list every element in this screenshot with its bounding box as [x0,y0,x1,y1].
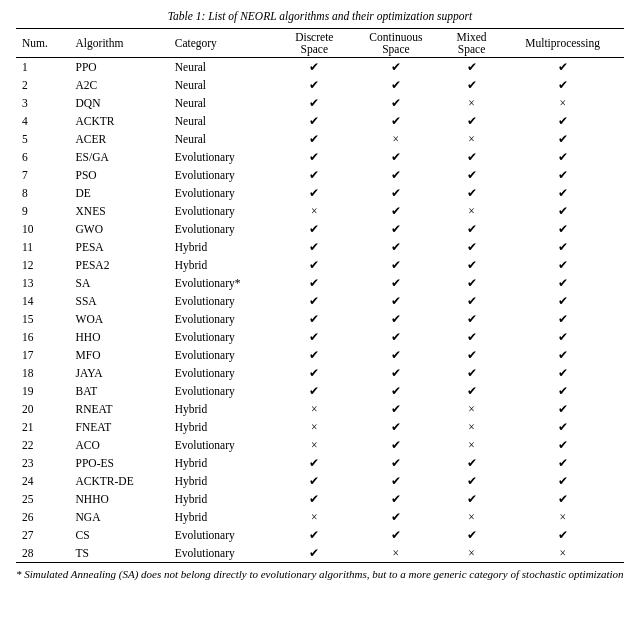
cell-mixed: ✔ [442,382,501,400]
cell-num: 5 [16,130,70,148]
cell-mixed: ✔ [442,112,501,130]
cell-mixed: ✔ [442,490,501,508]
cell-discrete: ✔ [279,274,350,292]
cell-mixed: × [442,202,501,220]
cell-multi: ✔ [501,346,624,364]
cell-algorithm: GWO [70,220,169,238]
table-row: 26NGAHybrid×✔×× [16,508,624,526]
cell-algorithm: MFO [70,346,169,364]
cell-algorithm: NHHO [70,490,169,508]
cell-mixed: ✔ [442,310,501,328]
cell-algorithm: NGA [70,508,169,526]
cell-continuous: ✔ [350,436,442,454]
table-row: 27CSEvolutionary✔✔✔✔ [16,526,624,544]
cell-mixed: ✔ [442,526,501,544]
cell-discrete: × [279,400,350,418]
cell-mixed: ✔ [442,472,501,490]
cell-algorithm: ACER [70,130,169,148]
cell-category: Neural [169,58,279,77]
cell-multi: × [501,508,624,526]
cell-continuous: ✔ [350,274,442,292]
cell-discrete: ✔ [279,94,350,112]
cell-category: Evolutionary [169,202,279,220]
cell-category: Hybrid [169,490,279,508]
table-row: 8DEEvolutionary✔✔✔✔ [16,184,624,202]
cell-mixed: × [442,400,501,418]
cell-category: Evolutionary [169,148,279,166]
cell-num: 14 [16,292,70,310]
cell-algorithm: CS [70,526,169,544]
cell-num: 16 [16,328,70,346]
cell-algorithm: SA [70,274,169,292]
cell-num: 11 [16,238,70,256]
cell-algorithm: HHO [70,328,169,346]
col-header-category: Category [169,29,279,58]
cell-mixed: × [442,418,501,436]
cell-mixed: ✔ [442,346,501,364]
cell-multi: ✔ [501,130,624,148]
cell-continuous: ✔ [350,310,442,328]
cell-algorithm: ES/GA [70,148,169,166]
cell-discrete: ✔ [279,346,350,364]
cell-num: 8 [16,184,70,202]
cell-discrete: ✔ [279,76,350,94]
cell-discrete: ✔ [279,544,350,563]
cell-num: 21 [16,418,70,436]
cell-category: Hybrid [169,238,279,256]
cell-num: 23 [16,454,70,472]
cell-num: 1 [16,58,70,77]
cell-multi: ✔ [501,76,624,94]
cell-mixed: × [442,436,501,454]
cell-continuous: ✔ [350,220,442,238]
cell-num: 24 [16,472,70,490]
cell-category: Hybrid [169,508,279,526]
cell-continuous: ✔ [350,238,442,256]
table-row: 6ES/GAEvolutionary✔✔✔✔ [16,148,624,166]
cell-algorithm: A2C [70,76,169,94]
cell-mixed: ✔ [442,76,501,94]
table-row: 3DQNNeural✔✔×× [16,94,624,112]
cell-algorithm: ACKTR-DE [70,472,169,490]
cell-continuous: ✔ [350,256,442,274]
table-row: 25NHHOHybrid✔✔✔✔ [16,490,624,508]
cell-multi: ✔ [501,382,624,400]
main-table: Num. Algorithm Category DiscreteSpace Co… [16,28,624,563]
cell-num: 4 [16,112,70,130]
cell-algorithm: PSO [70,166,169,184]
cell-discrete: ✔ [279,328,350,346]
cell-multi: ✔ [501,292,624,310]
cell-algorithm: SSA [70,292,169,310]
cell-category: Evolutionary [169,364,279,382]
cell-continuous: ✔ [350,346,442,364]
cell-category: Evolutionary [169,328,279,346]
cell-continuous: × [350,544,442,563]
cell-continuous: ✔ [350,418,442,436]
cell-category: Neural [169,112,279,130]
cell-continuous: ✔ [350,94,442,112]
table-row: 2A2CNeural✔✔✔✔ [16,76,624,94]
cell-category: Neural [169,76,279,94]
cell-continuous: ✔ [350,58,442,77]
cell-mixed: ✔ [442,238,501,256]
cell-mixed: ✔ [442,220,501,238]
cell-algorithm: DQN [70,94,169,112]
cell-category: Evolutionary* [169,274,279,292]
cell-category: Evolutionary [169,166,279,184]
cell-continuous: ✔ [350,490,442,508]
table-row: 11PESAHybrid✔✔✔✔ [16,238,624,256]
cell-multi: × [501,544,624,563]
cell-continuous: ✔ [350,166,442,184]
cell-multi: ✔ [501,184,624,202]
cell-discrete: ✔ [279,256,350,274]
table-row: 16HHOEvolutionary✔✔✔✔ [16,328,624,346]
cell-category: Hybrid [169,472,279,490]
cell-discrete: ✔ [279,130,350,148]
cell-num: 13 [16,274,70,292]
cell-multi: ✔ [501,364,624,382]
cell-multi: ✔ [501,220,624,238]
cell-multi: ✔ [501,58,624,77]
cell-num: 18 [16,364,70,382]
cell-category: Hybrid [169,418,279,436]
cell-mixed: ✔ [442,328,501,346]
cell-discrete: ✔ [279,490,350,508]
